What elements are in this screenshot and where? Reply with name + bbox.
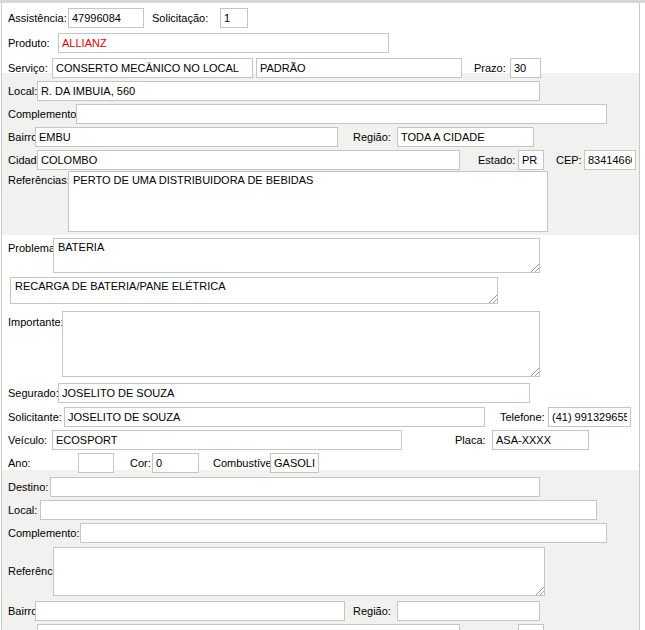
destino-referencia-textarea[interactable] [53, 547, 545, 596]
placa-label: Placa: [455, 434, 486, 446]
ano-label: Ano: [8, 457, 31, 469]
solicitante-field[interactable] [64, 407, 485, 427]
local-label: Local: [8, 85, 37, 97]
referencias-label: Referências: [8, 174, 70, 186]
veiculo-label: Veículo: [8, 434, 47, 446]
destino-regiao-label: Região: [353, 605, 391, 617]
veiculo-field[interactable] [52, 430, 402, 450]
cor-label: Cor: [130, 457, 151, 469]
destino-cidade-field[interactable] [37, 624, 460, 630]
complemento-field[interactable] [76, 104, 607, 124]
solicitacao-field[interactable] [220, 8, 248, 28]
destino-complemento-field[interactable] [80, 523, 607, 543]
bairro-field[interactable] [35, 127, 338, 147]
produto-label: Produto: [8, 37, 50, 49]
service-request-form: Assistência: Solicitação: Produto: Servi… [0, 0, 645, 630]
servico-field[interactable] [52, 58, 253, 78]
combustivel-label: Combustível: [213, 457, 277, 469]
regiao-label: Região: [353, 131, 391, 143]
complemento-label: Complemento: [8, 108, 80, 120]
destino-local-label: Local: [8, 504, 37, 516]
problema-textarea[interactable]: BATERIA [53, 238, 540, 273]
importante-textarea[interactable] [62, 311, 540, 377]
cidade-field[interactable] [37, 150, 460, 170]
placa-field[interactable] [492, 430, 589, 450]
segurado-field[interactable] [58, 383, 530, 403]
importante-label: Importante: [8, 316, 64, 328]
problema-label: Problema: [8, 242, 58, 254]
produto-field[interactable] [58, 33, 389, 53]
destino-field[interactable] [50, 477, 540, 497]
segurado-label: Segurado: [8, 387, 59, 399]
estado-label: Estado: [478, 154, 515, 166]
cep-label: CEP: [556, 154, 582, 166]
combustivel-field[interactable] [270, 453, 319, 473]
telefone-label: Telefone: [500, 411, 545, 423]
regiao-field[interactable] [397, 127, 534, 147]
solicitante-label: Solicitante: [8, 411, 62, 423]
cor-field[interactable] [152, 453, 199, 473]
referencias-textarea[interactable]: PERTO DE UMA DISTRIBUIDORA DE BEBIDAS [68, 171, 548, 232]
ano-field[interactable] [78, 453, 114, 473]
cep-field[interactable] [584, 150, 636, 170]
destino-label: Destino: [8, 481, 48, 493]
destino-complemento-label: Complemento: [8, 527, 80, 539]
destino-estado-field[interactable] [518, 624, 544, 630]
local-field[interactable] [37, 81, 540, 101]
solicitacao-label: Solicitação: [152, 12, 208, 24]
servico-tipo-field[interactable] [256, 58, 462, 78]
destino-bairro-field[interactable] [35, 601, 345, 621]
problema-detalhe-textarea[interactable]: RECARGA DE BATERIA/PANE ELÉTRICA [10, 277, 498, 304]
right-border [639, 3, 640, 630]
assistencia-field[interactable] [68, 8, 144, 28]
estado-field[interactable] [518, 150, 544, 170]
destino-regiao-field[interactable] [397, 601, 540, 621]
destino-local-field[interactable] [40, 500, 597, 520]
prazo-field[interactable] [510, 58, 541, 78]
telefone-field[interactable] [548, 407, 631, 427]
servico-label: Serviço: [8, 62, 48, 74]
assistencia-label: Assistência: [8, 12, 67, 24]
prazo-label: Prazo: [474, 62, 506, 74]
